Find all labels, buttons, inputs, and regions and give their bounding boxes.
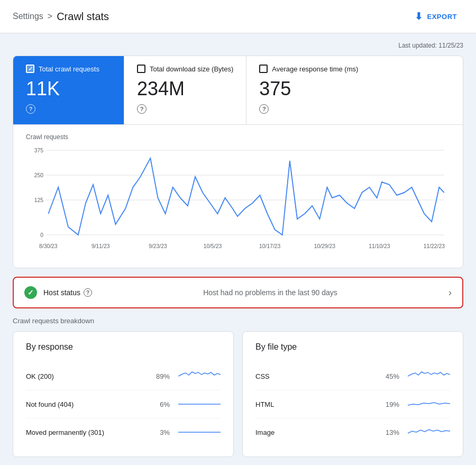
response-chart-404 xyxy=(178,397,221,412)
response-pct-404: 6% xyxy=(151,400,170,408)
header: Settings > Crawl stats ⬇ EXPORT xyxy=(0,0,476,33)
by-response-card: By response OK (200) 89% Not found (404)… xyxy=(13,331,234,457)
export-icon: ⬇ xyxy=(415,11,423,22)
filetype-name-css: CSS xyxy=(255,372,380,380)
by-file-type-title: By file type xyxy=(255,342,450,352)
filetype-pct-html: 19% xyxy=(380,400,399,408)
filetype-name-image: Image xyxy=(255,428,380,436)
tab-help-1: ? xyxy=(26,104,111,114)
response-name-404: Not found (404) xyxy=(26,400,151,408)
breadcrumb: Settings > Crawl stats xyxy=(13,11,408,23)
stats-value-2: 234M xyxy=(137,77,233,100)
host-status-chevron-icon: › xyxy=(448,287,452,298)
chart-svg: 375 250 125 0 8/30/23 9/11/23 9/23/23 10… xyxy=(26,145,450,261)
host-status-label: Host status ? xyxy=(43,288,92,297)
svg-text:125: 125 xyxy=(34,197,43,203)
host-status-message: Host had no problems in the last 90 days xyxy=(92,288,448,297)
filetype-name-html: HTML xyxy=(255,400,380,408)
response-row-ok: OK (200) 89% xyxy=(26,362,221,390)
svg-text:11/22/23: 11/22/23 xyxy=(424,243,445,249)
filetype-row-css: CSS 45% xyxy=(255,362,450,390)
response-pct-ok: 89% xyxy=(151,372,170,380)
tab-total-download-size[interactable]: Total download size (Bytes) 234M ? xyxy=(124,56,246,124)
svg-text:250: 250 xyxy=(34,172,43,178)
breakdown-grid: By response OK (200) 89% Not found (404)… xyxy=(13,331,463,457)
help-icon-1[interactable]: ? xyxy=(26,104,35,114)
response-row-404: Not found (404) 6% xyxy=(26,390,221,418)
tab-total-crawl-requests[interactable]: Total crawl requests 11K ? xyxy=(13,56,124,124)
tab-checkbox-3 xyxy=(259,65,268,73)
tab-help-2: ? xyxy=(137,104,233,114)
tab-header-2: Total download size (Bytes) xyxy=(137,65,233,73)
response-chart-ok xyxy=(178,369,221,384)
svg-text:10/29/23: 10/29/23 xyxy=(314,243,335,249)
export-label: EXPORT xyxy=(427,13,457,21)
svg-text:9/11/23: 9/11/23 xyxy=(91,243,110,249)
main-content: Last updated: 11/25/23 Total crawl reque… xyxy=(0,33,476,465)
tab-header-3: Average response time (ms) xyxy=(259,65,358,73)
tab-header: Total crawl requests xyxy=(26,65,111,73)
tab-checkbox-2 xyxy=(137,65,145,73)
tab-help-3: ? xyxy=(259,104,358,114)
filetype-pct-css: 45% xyxy=(380,372,399,380)
host-status-help-icon[interactable]: ? xyxy=(84,288,92,297)
last-updated: Last updated: 11/25/23 xyxy=(13,42,463,49)
filetype-row-html: HTML 19% xyxy=(255,390,450,418)
by-file-type-card: By file type CSS 45% HTML 19% Image 13% xyxy=(242,331,463,457)
host-status-text: Host status xyxy=(43,288,80,297)
svg-text:10/17/23: 10/17/23 xyxy=(259,243,280,249)
response-name-ok: OK (200) xyxy=(26,372,151,380)
svg-text:8/30/23: 8/30/23 xyxy=(39,243,58,249)
by-response-title: By response xyxy=(26,342,221,352)
filetype-chart-css xyxy=(408,369,450,384)
filetype-pct-image: 13% xyxy=(380,428,399,436)
help-icon-2[interactable]: ? xyxy=(137,104,147,114)
svg-text:11/10/23: 11/10/23 xyxy=(369,243,390,249)
host-status-ok-icon xyxy=(24,286,37,299)
stats-value-1: 11K xyxy=(26,77,111,100)
filetype-row-image: Image 13% xyxy=(255,418,450,446)
filetype-chart-html xyxy=(408,397,450,412)
response-pct-301: 3% xyxy=(151,428,170,436)
response-row-301: Moved permanently (301) 3% xyxy=(26,418,221,446)
response-name-301: Moved permanently (301) xyxy=(26,428,151,436)
svg-text:10/5/23: 10/5/23 xyxy=(204,243,222,249)
stats-card: Total crawl requests 11K ? Total downloa… xyxy=(13,56,463,268)
tab-avg-response-time[interactable]: Average response time (ms) 375 ? xyxy=(246,56,371,124)
page-title: Crawl stats xyxy=(57,11,109,23)
breadcrumb-separator: > xyxy=(48,12,52,21)
chart-container: 375 250 125 0 8/30/23 9/11/23 9/23/23 10… xyxy=(26,145,450,261)
export-button[interactable]: ⬇ EXPORT xyxy=(408,6,463,26)
tab-checkbox-1 xyxy=(26,65,34,73)
chart-area: Crawl requests 375 250 125 0 8/3 xyxy=(13,125,463,268)
tab-label-2: Total download size (Bytes) xyxy=(150,65,233,73)
filetype-chart-image xyxy=(408,425,450,440)
svg-text:0: 0 xyxy=(40,232,43,238)
breakdown-title: Crawl requests breakdown xyxy=(13,317,463,325)
stats-tabs: Total crawl requests 11K ? Total downloa… xyxy=(13,56,463,125)
svg-text:375: 375 xyxy=(34,147,43,153)
chart-label: Crawl requests xyxy=(26,133,450,141)
host-status-card[interactable]: Host status ? Host had no problems in th… xyxy=(13,277,463,308)
tab-label-1: Total crawl requests xyxy=(39,65,99,73)
stats-value-3: 375 xyxy=(259,77,358,100)
help-icon-3[interactable]: ? xyxy=(259,104,269,114)
tab-label-3: Average response time (ms) xyxy=(272,65,358,73)
settings-link[interactable]: Settings xyxy=(13,12,43,21)
svg-text:9/23/23: 9/23/23 xyxy=(149,243,167,249)
response-chart-301 xyxy=(178,425,221,440)
